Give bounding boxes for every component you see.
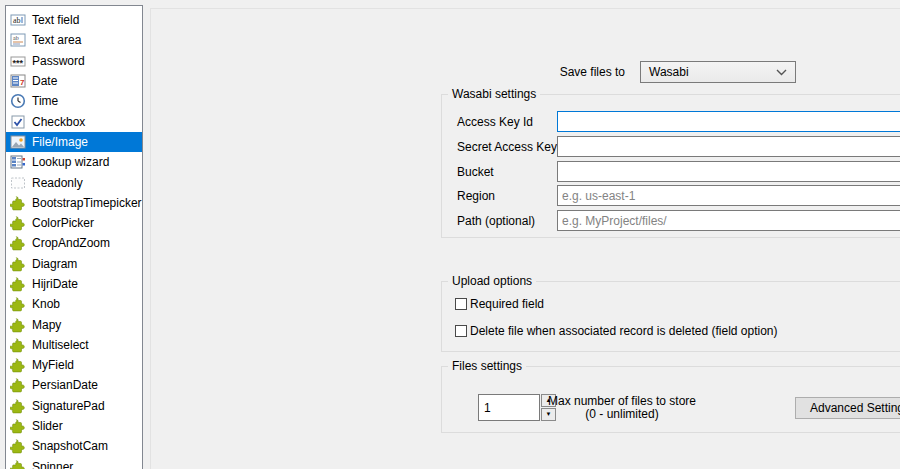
sidebar-item-myfield[interactable]: MyField — [6, 355, 142, 375]
sidebar-item-knob[interactable]: Knob — [6, 294, 142, 314]
sidebar-item-cropandzoom[interactable]: CropAndZoom — [6, 233, 142, 253]
access-key-id-label: Access Key Id — [457, 115, 533, 129]
upload-options-group-title: Upload options — [448, 274, 536, 288]
sidebar-item-persiandate[interactable]: PersianDate — [6, 375, 142, 395]
sidebar-item-label: SignaturePad — [32, 398, 105, 414]
sidebar-item-multiselect[interactable]: Multiselect — [6, 335, 142, 355]
sidebar-item-mapy[interactable]: Mapy — [6, 314, 142, 334]
sidebar-item-readonly[interactable]: Readonly — [6, 172, 142, 192]
secret-access-key-label: Secret Access Key — [457, 140, 557, 154]
sidebar-item-file-image[interactable]: File/Image — [6, 132, 142, 152]
svg-text:ab: ab — [13, 35, 19, 41]
sidebar-item-date[interactable]: 7Date — [6, 71, 142, 91]
plugin-puzzle-icon — [10, 438, 26, 454]
password-icon: *** — [10, 53, 26, 69]
upload-options-group: Upload options Required field Delete fil… — [441, 281, 900, 352]
path-input[interactable] — [557, 210, 900, 231]
file-image-icon — [10, 134, 26, 150]
storage-provider-dropdown[interactable]: Wasabi — [640, 61, 796, 83]
region-input[interactable] — [557, 185, 900, 206]
plugin-puzzle-icon — [10, 256, 26, 272]
sidebar-item-label: CropAndZoom — [32, 235, 110, 251]
sidebar-item-label: File/Image — [32, 134, 88, 150]
sidebar-item-label: HijriDate — [32, 276, 78, 292]
max-files-label: Max number of files to store (0 - unlimi… — [547, 395, 697, 421]
path-label: Path (optional) — [457, 214, 535, 228]
wasabi-settings-group-title: Wasabi settings — [448, 87, 540, 101]
files-settings-group: Files settings ▲ ▼ Max number of files t… — [441, 366, 900, 433]
plugin-puzzle-icon — [10, 296, 26, 312]
sidebar-item-label: Text field — [32, 12, 79, 28]
plugin-puzzle-icon — [10, 418, 26, 434]
delete-file-checkbox-label: Delete file when associated record is de… — [470, 324, 778, 338]
sidebar-item-password[interactable]: ***Password — [6, 51, 142, 71]
secret-access-key-input[interactable] — [557, 136, 900, 157]
sidebar-item-lookup-wizard[interactable]: Lookup wizard — [6, 152, 142, 172]
storage-provider-selected-value: Wasabi — [649, 65, 776, 79]
field-type-list: abText fieldabText area***Password7DateT… — [5, 5, 143, 469]
sidebar-item-label: BootstrapTimepicker — [32, 195, 142, 211]
required-field-checkbox-row[interactable]: Required field — [455, 297, 544, 311]
wasabi-settings-group: Wasabi settings Access Key Id Secret Acc… — [441, 94, 900, 238]
lookup-wizard-icon — [10, 154, 26, 170]
sidebar-item-label: Lookup wizard — [32, 154, 109, 170]
plugin-puzzle-icon — [10, 357, 26, 373]
sidebar-item-label: PersianDate — [32, 377, 98, 393]
plugin-puzzle-icon — [10, 195, 26, 211]
sidebar-item-label: Mapy — [32, 317, 61, 333]
access-key-id-input[interactable] — [557, 111, 900, 132]
plugin-puzzle-icon — [10, 235, 26, 251]
sidebar-item-text-area[interactable]: abText area — [6, 30, 142, 50]
sidebar-item-label: ColorPicker — [32, 215, 94, 231]
required-field-checkbox-label: Required field — [470, 297, 544, 311]
sidebar-item-label: Diagram — [32, 256, 77, 272]
readonly-icon — [10, 175, 26, 191]
sidebar-item-label: Spinner — [32, 459, 73, 469]
sidebar-item-bootstraptimepicker[interactable]: BootstrapTimepicker — [6, 193, 142, 213]
sidebar-item-label: Checkbox — [32, 114, 85, 130]
sidebar-item-snapshotcam[interactable]: SnapshotCam — [6, 436, 142, 456]
sidebar-item-label: SnapshotCam — [32, 438, 108, 454]
sidebar-item-label: Password — [32, 53, 85, 69]
text-field-icon: ab — [10, 12, 26, 28]
sidebar-item-label: Date — [32, 73, 57, 89]
save-files-to-label: Save files to — [521, 65, 625, 79]
region-label: Region — [457, 189, 495, 203]
plugin-puzzle-icon — [10, 337, 26, 353]
plugin-puzzle-icon — [10, 215, 26, 231]
text-area-icon: ab — [10, 32, 26, 48]
sidebar-item-colorpicker[interactable]: ColorPicker — [6, 213, 142, 233]
advanced-settings-button[interactable]: Advanced Settings — [795, 397, 900, 419]
sidebar-item-time[interactable]: Time — [6, 91, 142, 111]
bucket-label: Bucket — [457, 165, 494, 179]
plugin-puzzle-icon — [10, 377, 26, 393]
sidebar-item-text-field[interactable]: abText field — [6, 10, 142, 30]
sidebar-item-label: Multiselect — [32, 337, 89, 353]
sidebar-item-label: Readonly — [32, 175, 83, 191]
sidebar-item-hijridate[interactable]: HijriDate — [6, 274, 142, 294]
sidebar-item-signaturepad[interactable]: SignaturePad — [6, 396, 142, 416]
sidebar-item-label: Time — [32, 93, 58, 109]
required-field-checkbox[interactable] — [455, 298, 467, 310]
sidebar-item-label: Text area — [32, 32, 81, 48]
chevron-down-icon — [776, 69, 787, 76]
plugin-puzzle-icon — [10, 459, 26, 469]
svg-text:7: 7 — [20, 78, 25, 87]
delete-file-checkbox[interactable] — [455, 325, 467, 337]
svg-text:***: *** — [13, 57, 24, 67]
delete-file-checkbox-row[interactable]: Delete file when associated record is de… — [455, 324, 778, 338]
plugin-puzzle-icon — [10, 398, 26, 414]
max-files-input[interactable] — [478, 394, 540, 421]
sidebar-item-label: MyField — [32, 357, 74, 373]
sidebar-item-checkbox[interactable]: Checkbox — [6, 111, 142, 131]
bucket-input[interactable] — [557, 161, 900, 182]
time-icon — [10, 93, 26, 109]
plugin-puzzle-icon — [10, 317, 26, 333]
sidebar-item-slider[interactable]: Slider — [6, 416, 142, 436]
files-settings-group-title: Files settings — [448, 359, 526, 373]
sidebar-item-diagram[interactable]: Diagram — [6, 254, 142, 274]
settings-panel: Save files to Wasabi Wasabi settings Acc… — [150, 8, 900, 469]
sidebar-item-spinner[interactable]: Spinner — [6, 457, 142, 469]
sidebar-item-label: Knob — [32, 296, 60, 312]
plugin-puzzle-icon — [10, 276, 26, 292]
